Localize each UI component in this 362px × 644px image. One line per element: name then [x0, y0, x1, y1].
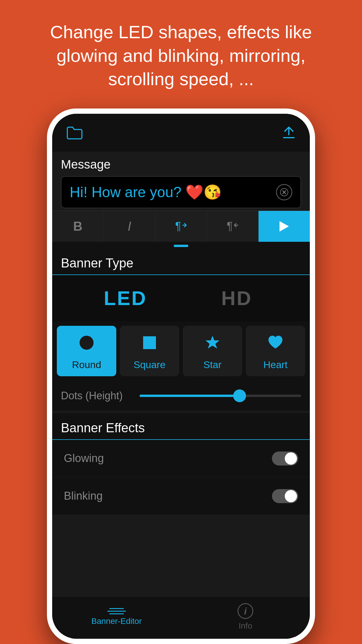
- upload-icon[interactable]: [282, 124, 295, 144]
- svg-text:¶: ¶: [227, 220, 233, 232]
- square-label: Square: [133, 359, 166, 370]
- led-option[interactable]: LED: [70, 287, 181, 309]
- shape-square[interactable]: Square: [120, 326, 179, 376]
- glowing-toggle[interactable]: [272, 452, 298, 466]
- blinking-effect-row: Blinking: [52, 477, 310, 515]
- message-text: Hi! How are you? ❤️😘: [70, 184, 270, 201]
- glowing-toggle-knob: [285, 452, 297, 465]
- nav-line-2: [107, 611, 126, 612]
- slider-fill: [140, 395, 240, 397]
- play-button[interactable]: [259, 211, 310, 242]
- banner-type-header: Banner Type: [52, 248, 310, 275]
- nav-info[interactable]: i Info: [181, 597, 310, 639]
- blinking-label: Blinking: [64, 490, 103, 502]
- scroll-indicator: [52, 242, 310, 248]
- heart-icon: [267, 334, 284, 356]
- dots-height-slider: Dots (Height): [52, 381, 310, 411]
- message-input-container[interactable]: Hi! How are you? ❤️😘: [61, 176, 301, 208]
- svg-text:¶: ¶: [175, 220, 181, 232]
- shape-heart[interactable]: Heart: [246, 326, 305, 376]
- slider-thumb[interactable]: [233, 389, 246, 402]
- folder-icon[interactable]: [67, 125, 82, 143]
- blinking-toggle[interactable]: [272, 489, 298, 503]
- star-icon: [204, 334, 221, 356]
- info-icon: i: [238, 603, 253, 619]
- editor-label: Banner-Editor: [92, 617, 142, 626]
- nav-editor[interactable]: Banner-Editor: [52, 597, 181, 639]
- shape-round[interactable]: Round: [57, 326, 116, 376]
- slider-track[interactable]: [140, 395, 301, 397]
- shape-star[interactable]: Star: [183, 326, 242, 376]
- message-label: Message: [61, 158, 301, 172]
- banner-effects-title: Banner Effects: [61, 421, 301, 435]
- phone-frame: Message Hi! How are you? ❤️😘 B I ¶: [47, 108, 315, 644]
- scroll-dot: [174, 245, 188, 247]
- dots-label: Dots (Height): [61, 390, 131, 402]
- info-label: Info: [239, 621, 252, 631]
- bold-button[interactable]: B: [52, 211, 104, 242]
- bottom-nav: Banner-Editor i Info: [52, 596, 310, 639]
- phone-screen: Message Hi! How are you? ❤️😘 B I ¶: [52, 114, 310, 639]
- blinking-toggle-knob: [285, 490, 297, 502]
- effects-list: Glowing Blinking: [52, 440, 310, 515]
- formatting-toolbar: B I ¶ ¶: [52, 211, 310, 242]
- clear-message-button[interactable]: [276, 184, 292, 200]
- tagline: Change LED shapes, effects like glowing …: [0, 0, 362, 108]
- hd-option[interactable]: HD: [181, 287, 292, 309]
- rtl-button[interactable]: ¶: [207, 211, 259, 242]
- banner-type-title: Banner Type: [61, 256, 301, 270]
- banner-effects-header: Banner Effects: [52, 413, 310, 440]
- glowing-label: Glowing: [64, 452, 104, 465]
- heart-label: Heart: [263, 359, 287, 370]
- glowing-effect-row: Glowing: [52, 440, 310, 477]
- round-icon: [78, 334, 95, 356]
- star-label: Star: [203, 359, 222, 370]
- ltr-button[interactable]: ¶: [155, 211, 207, 242]
- editor-icon: [107, 608, 126, 614]
- round-label: Round: [72, 359, 101, 370]
- svg-marker-5: [205, 336, 219, 349]
- nav-line-3: [109, 613, 124, 614]
- svg-rect-4: [143, 336, 156, 349]
- italic-button[interactable]: I: [104, 211, 155, 242]
- shape-selector: Round Square Star: [52, 321, 310, 381]
- nav-line-1: [109, 608, 124, 609]
- top-bar: [52, 114, 310, 152]
- banner-type-selector: LED HD: [52, 275, 310, 321]
- square-icon: [141, 334, 158, 356]
- message-section: Message Hi! How are you? ❤️😘: [52, 152, 310, 208]
- svg-point-3: [80, 336, 94, 350]
